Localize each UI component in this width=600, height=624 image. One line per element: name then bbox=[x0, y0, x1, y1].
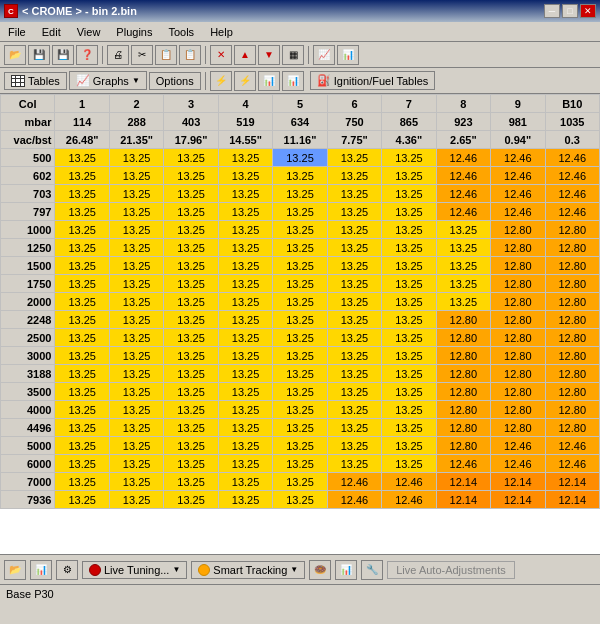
table-cell[interactable]: 12.80 bbox=[545, 239, 599, 257]
table-cell[interactable]: 13.25 bbox=[164, 365, 218, 383]
menu-view[interactable]: View bbox=[73, 25, 105, 39]
data-table-container[interactable]: Col 1 2 3 4 5 6 7 8 9 B10 mbar 114 288 4… bbox=[0, 94, 600, 554]
table-cell[interactable]: 12.46 bbox=[436, 455, 490, 473]
table-cell[interactable]: 13.25 bbox=[164, 221, 218, 239]
table-cell[interactable]: 12.80 bbox=[491, 383, 545, 401]
table-cell[interactable]: 12.46 bbox=[491, 167, 545, 185]
tuning-btn-2[interactable]: ⚡ bbox=[234, 71, 256, 91]
tuning-btn-3[interactable]: 📊 bbox=[258, 71, 280, 91]
open-button[interactable]: 📂 bbox=[4, 45, 26, 65]
table-cell[interactable]: 13.25 bbox=[273, 329, 327, 347]
table-cell[interactable]: 13.25 bbox=[327, 293, 381, 311]
table-cell[interactable]: 13.25 bbox=[382, 311, 436, 329]
table-cell[interactable]: 13.25 bbox=[218, 473, 272, 491]
table-cell[interactable]: 13.25 bbox=[109, 473, 163, 491]
table-cell[interactable]: 13.25 bbox=[273, 365, 327, 383]
table-cell[interactable]: 13.25 bbox=[218, 239, 272, 257]
save-button[interactable]: 💾 bbox=[28, 45, 50, 65]
table-cell[interactable]: 13.25 bbox=[327, 401, 381, 419]
table-cell[interactable]: 12.46 bbox=[491, 437, 545, 455]
menu-file[interactable]: File bbox=[4, 25, 30, 39]
table-cell[interactable]: 13.25 bbox=[273, 455, 327, 473]
table-cell[interactable]: 13.25 bbox=[55, 185, 109, 203]
table-cell[interactable]: 13.25 bbox=[273, 167, 327, 185]
table-cell[interactable]: 13.25 bbox=[218, 437, 272, 455]
table-cell[interactable]: 13.25 bbox=[436, 221, 490, 239]
table-cell[interactable]: 12.80 bbox=[545, 257, 599, 275]
table-cell[interactable]: 12.80 bbox=[436, 347, 490, 365]
table-cell[interactable]: 13.25 bbox=[109, 455, 163, 473]
table-cell[interactable]: 13.25 bbox=[273, 257, 327, 275]
table-cell[interactable]: 13.25 bbox=[273, 239, 327, 257]
table-cell[interactable]: 13.25 bbox=[436, 239, 490, 257]
table-cell[interactable]: 12.46 bbox=[545, 149, 599, 167]
table-cell[interactable]: 13.25 bbox=[164, 401, 218, 419]
table-cell[interactable]: 13.25 bbox=[273, 185, 327, 203]
table-cell[interactable]: 13.25 bbox=[327, 311, 381, 329]
table-cell[interactable]: 13.25 bbox=[327, 437, 381, 455]
table-cell[interactable]: 12.80 bbox=[545, 221, 599, 239]
table-cell[interactable]: 13.25 bbox=[273, 401, 327, 419]
table-cell[interactable]: 13.25 bbox=[436, 275, 490, 293]
table-cell[interactable]: 13.25 bbox=[55, 365, 109, 383]
print-button[interactable]: 🖨 bbox=[107, 45, 129, 65]
table-cell[interactable]: 12.46 bbox=[545, 203, 599, 221]
table-cell[interactable]: 13.25 bbox=[164, 185, 218, 203]
table-cell[interactable]: 12.80 bbox=[491, 311, 545, 329]
status-btn-4[interactable]: 🍩 bbox=[309, 560, 331, 580]
table-cell[interactable]: 12.80 bbox=[545, 347, 599, 365]
table-cell[interactable]: 12.80 bbox=[491, 401, 545, 419]
table-cell[interactable]: 12.14 bbox=[436, 473, 490, 491]
table-cell[interactable]: 13.25 bbox=[164, 473, 218, 491]
table-cell[interactable]: 13.25 bbox=[218, 149, 272, 167]
table-cell[interactable]: 13.25 bbox=[382, 257, 436, 275]
table-cell[interactable]: 13.25 bbox=[109, 329, 163, 347]
table-cell[interactable]: 13.25 bbox=[382, 437, 436, 455]
table-cell[interactable]: 12.80 bbox=[491, 239, 545, 257]
table-cell[interactable]: 12.80 bbox=[436, 365, 490, 383]
table-cell[interactable]: 12.14 bbox=[545, 491, 599, 509]
table-cell[interactable]: 13.25 bbox=[109, 185, 163, 203]
table-cell[interactable]: 13.25 bbox=[273, 275, 327, 293]
table-cell[interactable]: 13.25 bbox=[218, 329, 272, 347]
table-cell[interactable]: 13.25 bbox=[55, 149, 109, 167]
table-cell[interactable]: 13.25 bbox=[55, 221, 109, 239]
table-cell[interactable]: 12.46 bbox=[382, 473, 436, 491]
table-cell[interactable]: 12.80 bbox=[436, 437, 490, 455]
table-cell[interactable]: 13.25 bbox=[327, 365, 381, 383]
table-cell[interactable]: 13.25 bbox=[55, 491, 109, 509]
delete-button[interactable]: ✕ bbox=[210, 45, 232, 65]
table-cell[interactable]: 13.25 bbox=[55, 311, 109, 329]
save-as-button[interactable]: 💾 bbox=[52, 45, 74, 65]
table-cell[interactable]: 13.25 bbox=[382, 275, 436, 293]
table-cell[interactable]: 13.25 bbox=[164, 437, 218, 455]
table-cell[interactable]: 13.25 bbox=[109, 221, 163, 239]
table-cell[interactable]: 12.80 bbox=[545, 419, 599, 437]
table-cell[interactable]: 13.25 bbox=[109, 437, 163, 455]
table-cell[interactable]: 13.25 bbox=[382, 329, 436, 347]
menu-plugins[interactable]: Plugins bbox=[112, 25, 156, 39]
table-cell[interactable]: 13.25 bbox=[109, 365, 163, 383]
table-cell[interactable]: 12.80 bbox=[545, 329, 599, 347]
table-cell[interactable]: 13.25 bbox=[436, 257, 490, 275]
table-cell[interactable]: 13.25 bbox=[327, 167, 381, 185]
ignition-button[interactable]: ⛽ Ignition/Fuel Tables bbox=[310, 71, 436, 90]
table-cell[interactable]: 13.25 bbox=[382, 149, 436, 167]
table-cell[interactable]: 13.25 bbox=[218, 401, 272, 419]
smart-tracking-button[interactable]: Smart Tracking ▼ bbox=[191, 561, 305, 579]
table-cell[interactable]: 13.25 bbox=[109, 239, 163, 257]
table-cell[interactable]: 13.25 bbox=[164, 455, 218, 473]
table-cell[interactable]: 12.46 bbox=[545, 437, 599, 455]
table-cell[interactable]: 12.46 bbox=[491, 455, 545, 473]
table-cell[interactable]: 12.46 bbox=[491, 149, 545, 167]
table-cell[interactable]: 13.25 bbox=[109, 203, 163, 221]
table-cell[interactable]: 12.80 bbox=[491, 257, 545, 275]
table-cell[interactable]: 12.46 bbox=[545, 167, 599, 185]
table-cell[interactable]: 13.25 bbox=[382, 419, 436, 437]
table-cell[interactable]: 13.25 bbox=[55, 455, 109, 473]
status-btn-3[interactable]: ⚙ bbox=[56, 560, 78, 580]
table-cell[interactable]: 12.80 bbox=[491, 275, 545, 293]
table-cell[interactable]: 13.25 bbox=[327, 257, 381, 275]
table-cell[interactable]: 13.25 bbox=[164, 257, 218, 275]
table-cell[interactable]: 13.25 bbox=[164, 293, 218, 311]
